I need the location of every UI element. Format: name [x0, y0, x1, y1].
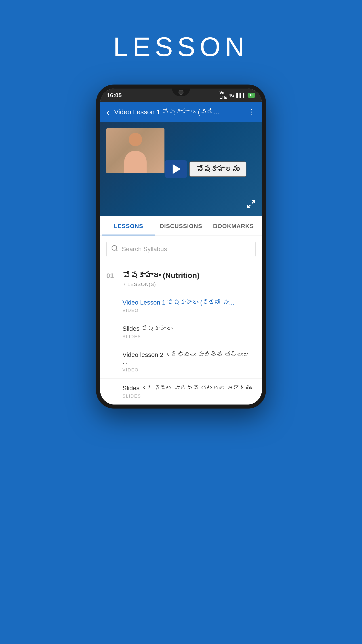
thumbnail-image	[106, 128, 164, 173]
search-bar: Search Syllabus	[100, 236, 262, 263]
video-title-pill: పోషకాహారము	[189, 162, 247, 177]
person-head	[129, 133, 142, 146]
lesson-item[interactable]: Slides పోషకాహారం SLIDES	[100, 319, 262, 345]
tab-discussions[interactable]: DISCUSSIONS	[155, 216, 207, 235]
network-icon: 4G	[229, 93, 235, 98]
play-triangle-icon	[173, 164, 181, 174]
section-number: 01	[106, 271, 117, 280]
search-icon	[111, 245, 118, 254]
volte-icon: VoLTE	[219, 90, 227, 100]
more-button[interactable]: ⋮	[248, 107, 256, 117]
section-title: పోషకాహారం (Nutrition)	[123, 271, 256, 280]
app-bar-title: Video Lesson 1 పోషకాహారం (వీడి...	[114, 108, 243, 116]
phone-screen: 16:05 VoLTE 4G ▌▌▌ 13 ‹ Video Lesson 1 ప…	[100, 88, 262, 404]
lesson-type: VIDEO	[122, 308, 256, 313]
fullscreen-button[interactable]	[247, 200, 256, 211]
lesson-type: SLIDES	[122, 394, 256, 399]
lessons-list: 01 పోషకాహారం (Nutrition) 7 LESSON(S) Vid…	[100, 263, 262, 404]
lesson-title: Video Lesson 1 పోషకాహారం (వీడియో పా...	[122, 299, 256, 306]
app-bar: ‹ Video Lesson 1 పోషకాహారం (వీడి... ⋮	[100, 102, 262, 122]
tabs-bar: LESSONS DISCUSSIONS BOOKMARKS	[100, 216, 262, 236]
tab-bookmarks[interactable]: BOOKMARKS	[207, 216, 260, 235]
section-lesson-count: 7 LESSON(S)	[123, 282, 256, 287]
section-info: పోషకాహారం (Nutrition) 7 LESSON(S)	[123, 271, 256, 287]
lesson-item[interactable]: Video Lesson 1 పోషకాహారం (వీడియో పా... V…	[100, 293, 262, 319]
lesson-title: Slides గర్భిణీలు పాలిచ్చే తల్లుల ఆరోగ్యం	[122, 384, 256, 392]
camera	[179, 90, 183, 95]
battery-badge: 13	[248, 93, 255, 98]
section-header: 01 పోషకాహారం (Nutrition) 7 LESSON(S)	[100, 263, 262, 293]
signal-icon: ▌▌▌	[236, 93, 246, 98]
lesson-item[interactable]: Slides గర్భిణీలు పాలిచ్చే తల్లుల ఆరోగ్యం…	[100, 378, 262, 404]
status-icons: VoLTE 4G ▌▌▌ 13	[219, 90, 255, 100]
svg-point-2	[112, 246, 117, 250]
lesson-title: Video lesson 2 గర్భిణీలు పాలిచ్చే తల్లుల…	[122, 351, 256, 366]
phone-shell: 16:05 VoLTE 4G ▌▌▌ 13 ‹ Video Lesson 1 ప…	[96, 84, 266, 408]
video-player[interactable]: పోషకాహారము	[100, 122, 262, 216]
play-button[interactable]	[165, 160, 187, 178]
lesson-type: SLIDES	[122, 334, 256, 339]
lesson-item[interactable]: Video lesson 2 గర్భిణీలు పాలిచ్చే తల్లుల…	[100, 345, 262, 378]
tab-lessons[interactable]: LESSONS	[102, 216, 155, 235]
status-bar: 16:05 VoLTE 4G ▌▌▌ 13	[100, 88, 262, 102]
page-title: LESSON	[113, 31, 249, 62]
video-thumbnail	[106, 128, 164, 173]
person-body	[124, 151, 147, 173]
notch	[172, 88, 190, 96]
lesson-type: VIDEO	[122, 368, 256, 372]
lesson-title: Slides పోషకాహారం	[122, 325, 256, 332]
back-button[interactable]: ‹	[106, 107, 110, 117]
search-input-container[interactable]: Search Syllabus	[106, 241, 256, 258]
status-time: 16:05	[107, 92, 122, 99]
play-container: పోషకాహారము	[165, 160, 247, 178]
search-input[interactable]: Search Syllabus	[122, 246, 167, 253]
svg-line-3	[116, 250, 117, 251]
